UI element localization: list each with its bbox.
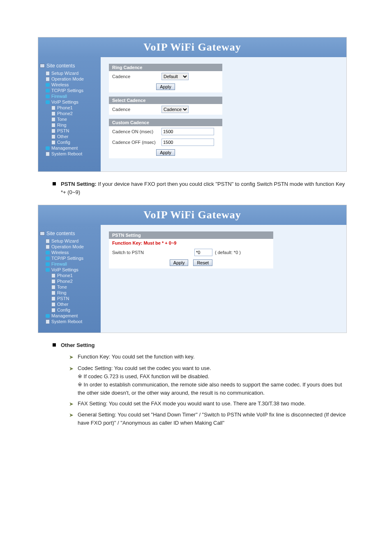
sidebar-item-label: Tone <box>57 117 67 122</box>
sidebar-item-label: VoIP Settings <box>51 267 78 272</box>
cadence-on-row: Cadence ON (msec) <box>109 126 222 137</box>
main-content: PSTN Setting Function Key: Must be * + 0… <box>101 225 346 333</box>
folder-icon <box>46 262 50 266</box>
sidebar-item-pstn[interactable]: PSTN <box>40 296 99 301</box>
cadence-off-input[interactable] <box>161 139 214 146</box>
sidebar-item-operation-mode[interactable]: Operation Mode <box>40 244 99 250</box>
sidebar-item-label: Firewall <box>51 94 67 99</box>
sidebar-item-phone1[interactable]: Phone1 <box>40 105 99 111</box>
sidebar-item-label: Setup Wizard <box>51 71 78 76</box>
apply-button[interactable]: Apply <box>156 149 175 156</box>
sidebar-item-label: Phone2 <box>57 111 73 116</box>
sidebar-item-wireless[interactable]: Wireless <box>40 250 99 255</box>
pstn-setting-bold: PSTN Setting: <box>61 181 97 187</box>
sidebar-item-phone2[interactable]: Phone2 <box>40 111 99 116</box>
panel-header: Select Cadence <box>109 97 222 104</box>
sidebar-item-firewall[interactable]: Firewall <box>40 261 99 267</box>
sidebar-item-ring[interactable]: Ring <box>40 290 99 296</box>
screenshot-pstn: VoIP WiFi Gateway Site contents Setup Wi… <box>38 205 347 333</box>
sidebar-item-label: Phone2 <box>57 279 73 284</box>
function-key-note: Function Key: Must be * + 0~9 <box>109 239 273 247</box>
sidebar-item-tcp-ip-settings[interactable]: TCP/IP Settings <box>40 88 99 93</box>
sidebar-item-setup-wizard[interactable]: Setup Wizard <box>40 238 99 244</box>
sidebar-item-phone2[interactable]: Phone2 <box>40 278 99 284</box>
reset-button[interactable]: Reset <box>193 259 212 266</box>
sidebar-item-label: Wireless <box>51 250 69 255</box>
page-icon <box>46 245 50 249</box>
sidebar-item-other[interactable]: Other <box>40 134 99 139</box>
switch-pstn-label: Switch to PSTN <box>112 250 194 255</box>
sidebar-item-other[interactable]: Other <box>40 301 99 307</box>
page-icon <box>51 129 55 133</box>
panel-header: Custom Cadence <box>109 119 222 126</box>
page-icon <box>51 123 55 127</box>
switch-pstn-input[interactable] <box>194 249 212 256</box>
panel-header: Ring Cadence <box>109 64 222 71</box>
cadence-select[interactable]: Default <box>161 73 189 80</box>
sidebar-item-ring[interactable]: Ring <box>40 122 99 128</box>
sidebar-item-setup-wizard[interactable]: Setup Wizard <box>40 70 99 76</box>
sidebar-item-label: Management <box>51 313 78 318</box>
sidebar-item-label: Other <box>57 302 69 307</box>
root-label: Site contents <box>46 231 75 236</box>
fax-setting-text: FAX Setting: You could set the FAX mode … <box>78 400 348 408</box>
sidebar-item-config[interactable]: Config <box>40 307 99 313</box>
sidebar-item-label: Wireless <box>51 82 69 87</box>
cadence-label: Cadence <box>112 107 161 112</box>
app-header: VoIP WiFi Gateway <box>38 37 346 57</box>
page-icon <box>46 152 50 156</box>
sidebar-item-voip-settings[interactable]: VoIP Settings <box>40 267 99 273</box>
apply-button[interactable]: Apply <box>170 259 189 266</box>
sidebar-item-wireless[interactable]: Wireless <box>40 82 99 88</box>
sidebar-item-config[interactable]: Config <box>40 139 99 145</box>
cadence-row: Cadence Cadence1 <box>109 104 222 115</box>
sidebar-item-phone1[interactable]: Phone1 <box>40 273 99 278</box>
sidebar-item-pstn[interactable]: PSTN <box>40 128 99 134</box>
folder-icon <box>46 257 50 260</box>
sidebar-item-tone[interactable]: Tone <box>40 284 99 290</box>
apply-button[interactable]: Apply <box>156 83 175 90</box>
cadence-on-label: Cadence ON (msec) <box>112 129 161 134</box>
cadence-on-input[interactable] <box>161 128 214 135</box>
folder-icon <box>46 268 50 272</box>
switch-pstn-row: Switch to PSTN ( default: *0 ) <box>109 247 273 258</box>
arrow-icon: ➤ <box>69 411 74 427</box>
sidebar-item-label: Other <box>57 134 69 139</box>
page-icon <box>46 239 50 243</box>
cadence-off-row: Cadence OFF (msec) <box>109 137 222 148</box>
desktop-icon <box>40 64 45 68</box>
app-header: VoIP WiFi Gateway <box>38 205 346 225</box>
sidebar-item-label: TCP/IP Settings <box>51 88 83 93</box>
folder-icon <box>46 314 50 318</box>
page-icon <box>51 140 55 145</box>
arrow-icon: ➤ <box>69 400 74 408</box>
page-icon <box>51 273 55 278</box>
cadence-off-label: Cadence OFF (msec) <box>112 140 161 145</box>
sidebar-item-tone[interactable]: Tone <box>40 116 99 122</box>
sidebar-item-system-reboot[interactable]: System Reboot <box>40 151 99 157</box>
pstn-description: PSTN Setting: If your device have FXO po… <box>53 180 348 197</box>
sidebar-item-system-reboot[interactable]: System Reboot <box>40 319 99 324</box>
sidebar-item-management[interactable]: Management <box>40 145 99 151</box>
page-icon <box>51 296 55 301</box>
cadence-select-2[interactable]: Cadence1 <box>161 106 189 113</box>
cadence-label: Cadence <box>112 74 161 79</box>
folder-icon <box>46 95 50 98</box>
pstn-setting-text: If your device have FXO port then you co… <box>61 181 345 195</box>
desktop-icon <box>40 231 45 236</box>
sidebar-item-label: Config <box>57 140 70 145</box>
tree-root: Site contents <box>40 63 99 69</box>
sidebar-item-operation-mode[interactable]: Operation Mode <box>40 76 99 82</box>
page-icon <box>51 308 55 312</box>
sidebar-item-management[interactable]: Management <box>40 313 99 319</box>
sidebar-item-firewall[interactable]: Firewall <box>40 93 99 99</box>
sidebar-item-label: PSTN <box>57 128 69 133</box>
bullet-icon <box>53 182 56 185</box>
sidebar-item-label: System Reboot <box>51 151 82 156</box>
bullet-icon <box>53 343 56 347</box>
sidebar-item-voip-settings[interactable]: VoIP Settings <box>40 99 99 105</box>
folder-icon <box>46 89 50 92</box>
sidebar-item-label: Firewall <box>51 261 67 266</box>
page-icon <box>51 302 55 307</box>
sidebar-item-tcp-ip-settings[interactable]: TCP/IP Settings <box>40 255 99 261</box>
